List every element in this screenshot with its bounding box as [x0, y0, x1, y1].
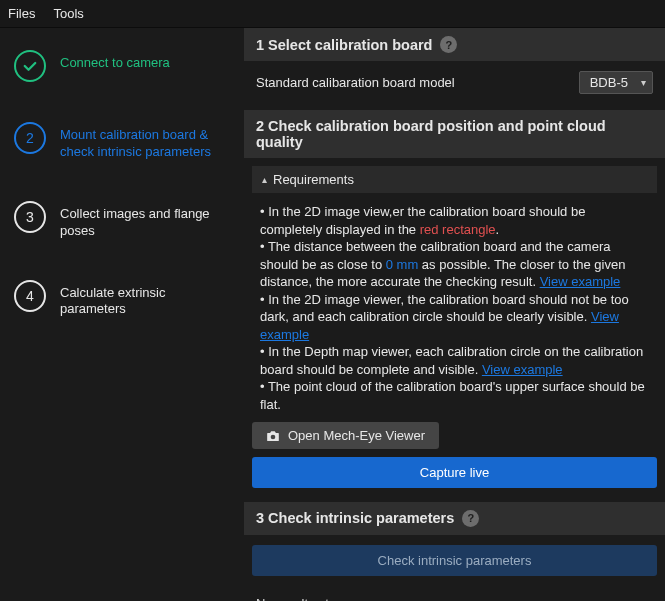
step-number-icon: 3: [14, 201, 46, 233]
view-example-link-1[interactable]: View example: [540, 274, 621, 289]
open-mecheye-button[interactable]: Open Mech-Eye Viewer: [252, 422, 439, 449]
main-panel: 1 Select calibration board ? Standard ca…: [244, 28, 665, 601]
requirements-label: Requirements: [273, 172, 354, 187]
capture-live-button[interactable]: Capture live: [252, 457, 657, 488]
section-1-title: 1 Select calibration board: [256, 37, 432, 53]
help-icon[interactable]: ?: [462, 510, 479, 527]
step-2[interactable]: 2 Mount calibration board & check intrin…: [14, 122, 230, 161]
section-3-title: 3 Check intrinsic parameters: [256, 510, 454, 526]
capture-live-label: Capture live: [420, 465, 489, 480]
step-4-label: Calculate extrinsic parameters: [60, 280, 230, 319]
requirements-body: • In the 2D image view,er the calibratio…: [244, 193, 665, 422]
wizard-sidebar: Connect to camera 2 Mount calibration bo…: [0, 28, 244, 601]
camera-icon: [266, 430, 280, 441]
board-model-select[interactable]: BDB-5: [579, 71, 653, 94]
board-model-label: Standard calibaration board model: [256, 75, 455, 90]
step-1[interactable]: Connect to camera: [14, 50, 230, 82]
zero-mm-text: 0 mm: [386, 257, 419, 272]
section-3-header: 3 Check intrinsic parameters ?: [244, 502, 665, 535]
menu-files[interactable]: Files: [8, 6, 35, 21]
check-intrinsic-button[interactable]: Check intrinsic parameters: [252, 545, 657, 576]
step-1-label: Connect to camera: [60, 50, 170, 72]
red-rectangle-text: red rectangle: [420, 222, 496, 237]
help-icon[interactable]: ?: [440, 36, 457, 53]
check-intrinsic-label: Check intrinsic parameters: [378, 553, 532, 568]
section-1-header: 1 Select calibration board ?: [244, 28, 665, 61]
section-2-header: 2 Check calibration board position and p…: [244, 110, 665, 158]
section-2-title: 2 Check calibration board position and p…: [256, 118, 653, 150]
step-3[interactable]: 3 Collect images and flange poses: [14, 201, 230, 240]
intrinsic-result-text: No result yet.: [244, 590, 665, 601]
step-3-label: Collect images and flange poses: [60, 201, 230, 240]
chevron-up-icon: ▴: [262, 174, 267, 185]
step-number-icon: 4: [14, 280, 46, 312]
step-2-label: Mount calibration board & check intrinsi…: [60, 122, 230, 161]
view-example-link-3[interactable]: View example: [482, 362, 563, 377]
check-icon: [14, 50, 46, 82]
step-4[interactable]: 4 Calculate extrinsic parameters: [14, 280, 230, 319]
open-mecheye-label: Open Mech-Eye Viewer: [288, 428, 425, 443]
menu-tools[interactable]: Tools: [53, 6, 83, 21]
requirements-toggle[interactable]: ▴ Requirements: [252, 166, 657, 193]
board-model-value: BDB-5: [590, 75, 628, 90]
step-number-icon: 2: [14, 122, 46, 154]
menu-bar: Files Tools: [0, 0, 665, 28]
